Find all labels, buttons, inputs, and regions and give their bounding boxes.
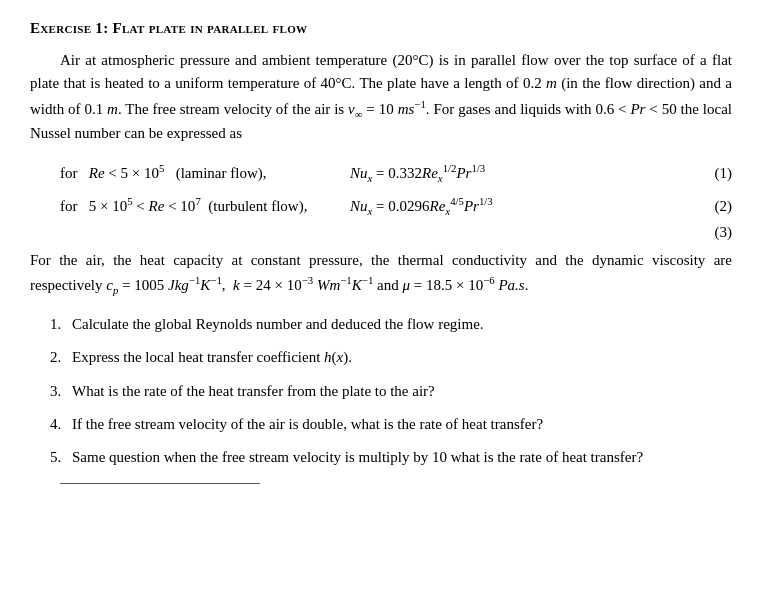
equation-row-2: for 5 × 105 < Re < 107 (turbulent flow),…: [30, 192, 732, 220]
eq-number-1: (1): [692, 161, 732, 187]
properties-paragraph: For the air, the heat capacity at consta…: [30, 249, 732, 299]
question-number-1: 1.: [50, 313, 72, 336]
equation-row-3: (3): [30, 224, 732, 241]
exercise-title: Exercise 1: Flat plate in parallel flow: [30, 20, 732, 37]
question-text-3: What is the rate of the heat transfer fr…: [72, 380, 732, 403]
question-number-5: 5.: [50, 446, 72, 469]
equations-block: for Re < 5 × 105 (laminar flow), Nux = 0…: [30, 159, 732, 241]
question-number-3: 3.: [50, 380, 72, 403]
equation-row-1: for Re < 5 × 105 (laminar flow), Nux = 0…: [30, 159, 732, 187]
eq-formula-2: Nux = 0.0296Rex4/5Pr1/3: [350, 192, 692, 220]
question-text-2: Express the local heat transfer coeffici…: [72, 346, 732, 369]
eq-number-2: (2): [692, 194, 732, 220]
question-text-1: Calculate the global Reynolds number and…: [72, 313, 732, 336]
question-number-2: 2.: [50, 346, 72, 369]
intro-paragraph: Air at atmospheric pressure and ambient …: [30, 49, 732, 145]
eq-condition-1: for Re < 5 × 105 (laminar flow),: [30, 159, 350, 187]
eq-formula-1: Nux = 0.332Rex1/2Pr1/3: [350, 159, 692, 187]
question-item-5: 5. Same question when the free stream ve…: [50, 446, 732, 469]
question-item-3: 3. What is the rate of the heat transfer…: [50, 380, 732, 403]
eq-condition-2: for 5 × 105 < Re < 107 (turbulent flow),: [30, 192, 350, 220]
question-item-2: 2. Express the local heat transfer coeff…: [50, 346, 732, 369]
eq-number-3: (3): [692, 224, 732, 241]
questions-list: 1. Calculate the global Reynolds number …: [50, 313, 732, 469]
question-text-4: If the free stream velocity of the air i…: [72, 413, 732, 436]
question-text-5: Same question when the free stream veloc…: [72, 446, 732, 469]
question-number-4: 4.: [50, 413, 72, 436]
question-item-4: 4. If the free stream velocity of the ai…: [50, 413, 732, 436]
question-item-1: 1. Calculate the global Reynolds number …: [50, 313, 732, 336]
bottom-divider: [60, 483, 260, 484]
